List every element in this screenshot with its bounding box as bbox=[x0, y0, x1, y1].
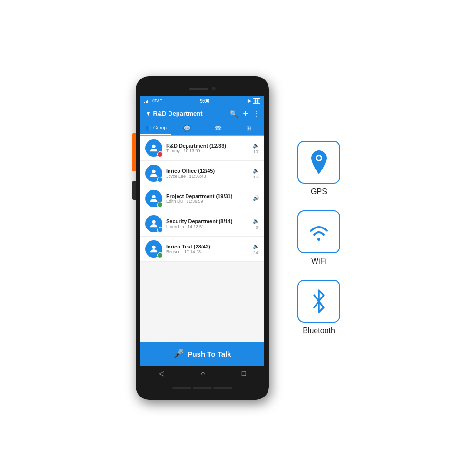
contact-info: Inrico Test (28/42) Benson 17:14:23 bbox=[166, 244, 249, 254]
contact-info: Project Department (19/31) Edith Liu 11:… bbox=[166, 193, 249, 204]
contact-name: Project Department (19/31) bbox=[166, 193, 249, 199]
features-panel: GPS WiFi bbox=[298, 141, 340, 335]
avatar bbox=[145, 165, 162, 182]
push-to-talk-button[interactable]: 🎤 Push To Talk bbox=[164, 347, 240, 361]
contact-name: Security Department (8/14) bbox=[166, 218, 249, 224]
grille-line-1 bbox=[172, 387, 191, 389]
messages-icon: 💬 bbox=[183, 125, 191, 132]
speaker-icon: 🔈 bbox=[253, 218, 259, 224]
device-inner: AT&T 9:00 ✱ ▮▮ ▼ R&D Departmen bbox=[140, 81, 264, 395]
svg-point-0 bbox=[152, 145, 155, 148]
avatar bbox=[145, 139, 162, 157]
list-item[interactable]: Security Department (8/14) Loren Lin 14:… bbox=[140, 211, 264, 237]
svg-point-1 bbox=[152, 170, 155, 173]
list-item[interactable]: R&D Department (12/33) Tommy 10:13:09 🔈 … bbox=[140, 136, 264, 161]
badge bbox=[157, 202, 163, 208]
signal-bar-4 bbox=[149, 99, 149, 103]
more-icon[interactable]: ⋮ bbox=[253, 110, 259, 118]
svg-point-2 bbox=[152, 195, 155, 198]
badge bbox=[157, 177, 163, 182]
speaker-icon-active: 🔊 bbox=[253, 195, 259, 201]
calls-icon: ☎ bbox=[214, 125, 222, 132]
feature-gps: GPS bbox=[298, 141, 340, 196]
signal-bar-1 bbox=[144, 102, 145, 103]
page-container: AT&T 9:00 ✱ ▮▮ ▼ R&D Departmen bbox=[0, 0, 476, 476]
header-icons: 🔍 + ⋮ bbox=[230, 109, 259, 119]
svg-point-7 bbox=[317, 238, 320, 241]
tab-grid[interactable]: ⊞ bbox=[233, 121, 264, 135]
signal-bar-2 bbox=[146, 101, 147, 103]
grid-icon: ⊞ bbox=[246, 125, 251, 132]
recents-button[interactable]: □ bbox=[242, 369, 246, 377]
status-right: ✱ ▮▮ bbox=[247, 98, 260, 104]
badge bbox=[157, 151, 163, 157]
top-speaker bbox=[189, 88, 208, 90]
contact-meta: 🔈 9" bbox=[253, 218, 259, 230]
gps-icon-box bbox=[298, 141, 340, 184]
duration: 10" bbox=[253, 149, 259, 154]
clock: 9:00 bbox=[200, 99, 209, 104]
contact-meta: 🔈 24" bbox=[253, 243, 259, 255]
svg-point-4 bbox=[152, 246, 155, 249]
wifi-label: WiFi bbox=[311, 257, 327, 266]
speaker-icon: 🔈 bbox=[253, 168, 259, 174]
grille-line-2 bbox=[193, 387, 212, 389]
duration: 15" bbox=[253, 175, 259, 179]
ptt-label: Push To Talk bbox=[188, 350, 231, 358]
avatar bbox=[145, 190, 162, 207]
contact-info: Security Department (8/14) Loren Lin 14:… bbox=[166, 218, 249, 229]
contact-sub: Benson 17:14:23 bbox=[166, 249, 249, 254]
duration: 24" bbox=[253, 250, 259, 255]
gps-icon bbox=[308, 149, 329, 175]
avatar bbox=[145, 240, 162, 258]
app-header: ▼ R&D Department 🔍 + ⋮ bbox=[140, 106, 264, 121]
svg-point-3 bbox=[152, 220, 155, 224]
contact-sub: Loren Lin 14:13:51 bbox=[166, 224, 249, 229]
app-title: ▼ R&D Department bbox=[145, 110, 203, 117]
wifi-icon bbox=[307, 221, 331, 242]
bluetooth-icon-box bbox=[298, 280, 340, 323]
contact-sub: Joyce Lee 11:36:48 bbox=[166, 174, 249, 178]
battery-icon: ▮▮ bbox=[253, 98, 260, 104]
tab-group[interactable]: 👥 Group bbox=[140, 121, 171, 135]
gps-label: GPS bbox=[311, 188, 327, 196]
contact-meta: 🔈 10" bbox=[253, 142, 259, 154]
device: AT&T 9:00 ✱ ▮▮ ▼ R&D Departmen bbox=[136, 76, 269, 400]
speaker-icon: 🔈 bbox=[253, 243, 259, 249]
grille-line-3 bbox=[213, 387, 232, 389]
tab-calls[interactable]: ☎ bbox=[202, 121, 233, 135]
list-item[interactable]: Project Department (19/31) Edith Liu 11:… bbox=[140, 186, 264, 211]
badge bbox=[157, 252, 163, 258]
tab-bar: 👥 Group 💬 ☎ ⊞ bbox=[140, 121, 264, 136]
list-item[interactable]: Inrico Office (12/45) Joyce Lee 11:36:48… bbox=[140, 161, 264, 186]
group-icon: 👥 bbox=[145, 125, 152, 131]
screen: AT&T 9:00 ✱ ▮▮ ▼ R&D Departmen bbox=[140, 96, 264, 381]
list-item[interactable]: Inrico Test (28/42) Benson 17:14:23 🔈 24… bbox=[140, 237, 264, 262]
search-icon[interactable]: 🔍 bbox=[230, 110, 238, 118]
front-camera bbox=[212, 87, 216, 90]
contact-meta: 🔈 15" bbox=[253, 168, 259, 179]
contact-info: R&D Department (12/33) Tommy 10:13:09 bbox=[166, 143, 249, 153]
badge bbox=[157, 227, 163, 233]
bluetooth-status-icon: ✱ bbox=[247, 99, 251, 104]
signal-bars bbox=[144, 99, 149, 103]
carrier-name: AT&T bbox=[152, 99, 162, 103]
duration: 9" bbox=[256, 225, 259, 230]
bluetooth-label: Bluetooth bbox=[303, 327, 335, 335]
microphone-icon: 🎤 bbox=[173, 348, 184, 359]
back-button[interactable]: ◁ bbox=[159, 369, 164, 377]
add-icon[interactable]: + bbox=[243, 109, 248, 119]
ptt-bar: 🎤 Push To Talk bbox=[140, 342, 264, 366]
contact-sub: Edith Liu 11:36:59 bbox=[166, 199, 249, 204]
tab-messages[interactable]: 💬 bbox=[171, 121, 202, 135]
navigation-bar: ◁ ○ □ bbox=[140, 366, 264, 381]
home-button[interactable]: ○ bbox=[201, 369, 205, 377]
speaker-icon: 🔈 bbox=[253, 142, 259, 149]
contact-sub: Tommy 10:13:09 bbox=[166, 149, 249, 153]
wifi-icon-box bbox=[298, 210, 340, 253]
avatar bbox=[145, 215, 162, 232]
bluetooth-icon bbox=[310, 288, 327, 314]
device-wrapper: AT&T 9:00 ✱ ▮▮ ▼ R&D Departmen bbox=[136, 76, 340, 400]
svg-point-6 bbox=[317, 156, 321, 160]
contact-name: Inrico Office (12/45) bbox=[166, 168, 249, 174]
